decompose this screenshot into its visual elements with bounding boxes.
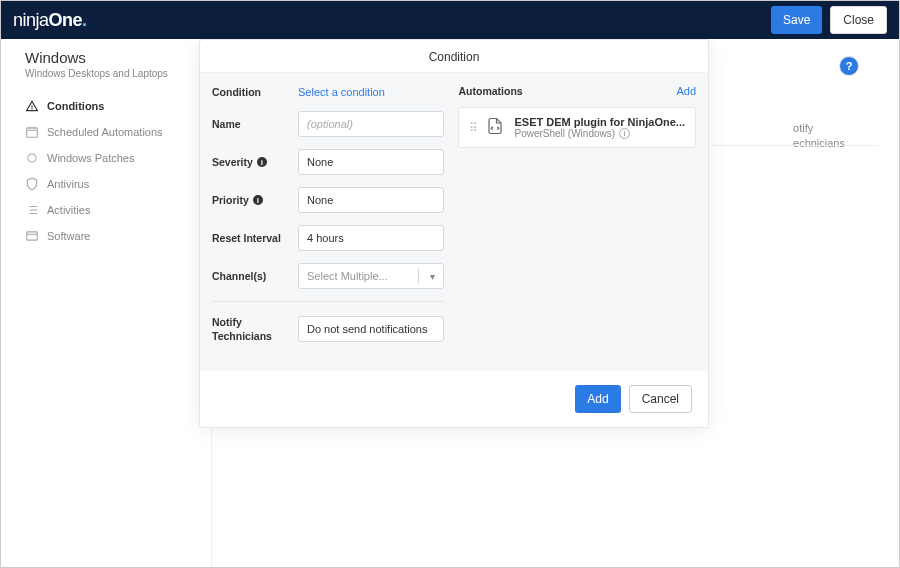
add-automation-link[interactable]: Add [676,85,696,97]
sidebar-item-patches[interactable]: Windows Patches [25,145,211,171]
topbar-actions: Save Close [771,6,887,34]
row-name: Name [212,111,444,137]
row-notify: Notify Technicians Do not send notificat… [212,316,444,343]
automations-title: Automations [458,85,522,97]
script-icon [486,116,504,139]
condition-modal: Condition Condition Select a condition N… [199,39,709,428]
cancel-button[interactable]: Cancel [629,385,692,413]
sidebar-nav: Conditions Scheduled Automations Windows… [25,93,211,249]
label-notify: Notify Technicians [212,316,298,343]
sidebar-item-label: Scheduled Automations [47,126,163,138]
help-button[interactable]: ? [839,56,859,76]
brand-part1: ninja [13,10,49,30]
automations-header: Automations Add [458,85,696,97]
automation-info: ESET DEM plugin for NinjaOne... PowerShe… [514,116,685,139]
bg-text-1: otify [793,121,845,136]
svg-rect-2 [27,232,38,240]
label-severity: Severityi [212,156,298,168]
reset-interval-select[interactable]: 4 hours [298,225,444,251]
row-channels: Channel(s) Select Multiple... ▾ [212,263,444,289]
info-icon[interactable]: i [257,157,267,167]
label-condition: Condition [212,86,298,98]
select-condition-link[interactable]: Select a condition [298,86,385,98]
severity-select[interactable]: None [298,149,444,175]
channels-multiselect[interactable]: Select Multiple... ▾ [298,263,444,289]
sidebar-item-label: Activities [47,204,90,216]
sidebar-item-scheduled[interactable]: Scheduled Automations [25,119,211,145]
warning-icon [25,99,39,113]
label-name: Name [212,118,298,130]
form-column: Condition Select a condition Name Severi… [200,73,448,371]
sidebar-item-software[interactable]: Software [25,223,211,249]
save-button[interactable]: Save [771,6,822,34]
info-icon[interactable]: i [619,128,630,139]
info-icon[interactable]: i [253,195,263,205]
automations-column: Automations Add ⠿ ESET DEM plugin for Ni… [448,73,708,371]
bg-divider [712,145,879,146]
priority-select[interactable]: None [298,187,444,213]
row-priority: Priorityi None [212,187,444,213]
channels-placeholder: Select Multiple... [307,270,388,282]
label-reset: Reset Interval [212,232,298,244]
bg-column-hint: otify echnicians [793,121,845,152]
shield-icon [25,177,39,191]
row-condition: Condition Select a condition [212,85,444,99]
modal-body: Condition Select a condition Name Severi… [200,73,708,371]
sidebar-item-label: Conditions [47,100,104,112]
modal-footer: Add Cancel [200,371,708,427]
svg-rect-1 [26,152,38,164]
brand-dot: . [82,10,87,30]
form-divider [212,301,444,302]
page-subtitle: Windows Desktops and Laptops [25,68,211,79]
row-severity: Severityi None [212,149,444,175]
add-button[interactable]: Add [575,385,620,413]
sidebar-item-activities[interactable]: Activities [25,197,211,223]
drag-handle-icon[interactable]: ⠿ [469,121,476,135]
notify-select[interactable]: Do not send notifications [298,316,444,342]
sidebar-item-conditions[interactable]: Conditions [25,93,211,119]
modal-title: Condition [200,40,708,73]
list-icon [25,203,39,217]
label-channels: Channel(s) [212,270,298,282]
automation-card[interactable]: ⠿ ESET DEM plugin for NinjaOne... PowerS… [458,107,696,148]
label-priority: Priorityi [212,194,298,206]
close-button[interactable]: Close [830,6,887,34]
chevron-down-icon: ▾ [430,271,435,282]
sidebar-item-label: Windows Patches [47,152,134,164]
calendar-icon [25,125,39,139]
sidebar-item-label: Software [47,230,90,242]
svg-rect-0 [27,128,38,137]
sidebar-item-label: Antivirus [47,178,89,190]
topbar: ninjaOne. Save Close [1,1,899,39]
sidebar-item-antivirus[interactable]: Antivirus [25,171,211,197]
page-title: Windows [25,49,211,66]
name-input[interactable] [298,111,444,137]
brand-part2: One [49,10,83,30]
automation-name: ESET DEM plugin for NinjaOne... [514,116,685,128]
patch-icon [25,151,39,165]
row-reset: Reset Interval 4 hours [212,225,444,251]
sidebar: Windows Windows Desktops and Laptops Con… [1,39,211,567]
select-divider [418,268,419,284]
brand-logo: ninjaOne. [13,10,87,31]
automation-meta: PowerShell (Windows) i [514,128,685,139]
window-icon [25,229,39,243]
